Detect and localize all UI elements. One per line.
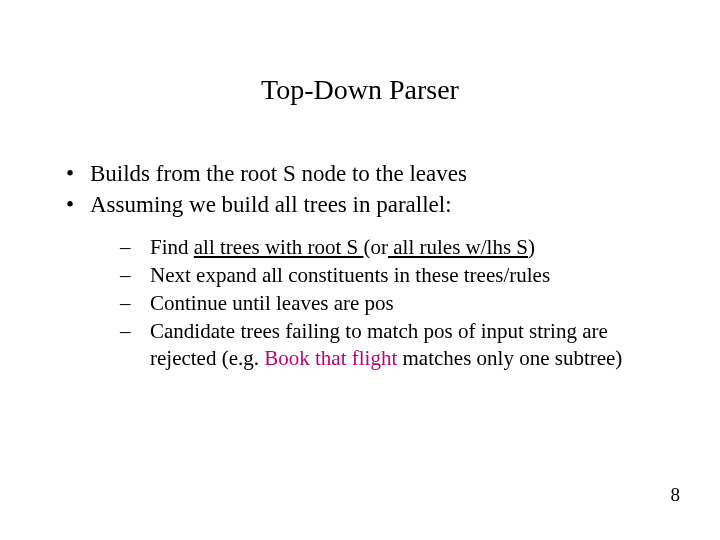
sub-bullet-item: – Continue until leaves are pos bbox=[90, 290, 660, 316]
text-run: (or bbox=[364, 235, 389, 259]
bullet-text: Builds from the root S node to the leave… bbox=[90, 161, 467, 186]
sub-bullet-item: – Next expand all constituents in these … bbox=[90, 262, 660, 288]
slide-title: Top-Down Parser bbox=[0, 74, 720, 106]
sub-bullet-list: – Find all trees with root S (or all rul… bbox=[90, 234, 660, 371]
bullet-list: Builds from the root S node to the leave… bbox=[60, 160, 660, 371]
underline-text: all rules w/lhs S bbox=[388, 235, 528, 259]
text-run: ) bbox=[528, 235, 535, 259]
sub-bullet-item: – Candidate trees failing to match pos o… bbox=[90, 318, 660, 371]
sub-bullet-text: Find all trees with root S (or all rules… bbox=[150, 235, 535, 259]
sub-bullet-text: Continue until leaves are pos bbox=[150, 291, 394, 315]
text-run: matches only one subtree) bbox=[397, 346, 622, 370]
slide-body: Builds from the root S node to the leave… bbox=[60, 160, 660, 373]
dash-icon: – bbox=[120, 318, 131, 344]
bullet-item: Builds from the root S node to the leave… bbox=[60, 160, 660, 189]
bullet-text: Assuming we build all trees in parallel: bbox=[90, 192, 452, 217]
sub-bullet-text: Next expand all constituents in these tr… bbox=[150, 263, 550, 287]
sub-bullet-item: – Find all trees with root S (or all rul… bbox=[90, 234, 660, 260]
dash-icon: – bbox=[120, 234, 131, 260]
sub-bullet-text: Candidate trees failing to match pos of … bbox=[150, 319, 622, 369]
dash-icon: – bbox=[120, 262, 131, 288]
emphasis-text: Book that flight bbox=[264, 346, 397, 370]
slide: Top-Down Parser Builds from the root S n… bbox=[0, 0, 720, 540]
dash-icon: – bbox=[120, 290, 131, 316]
underline-text: all trees with root S bbox=[194, 235, 364, 259]
bullet-item: Assuming we build all trees in parallel:… bbox=[60, 191, 660, 371]
text-run: Find bbox=[150, 235, 194, 259]
page-number: 8 bbox=[671, 484, 681, 506]
